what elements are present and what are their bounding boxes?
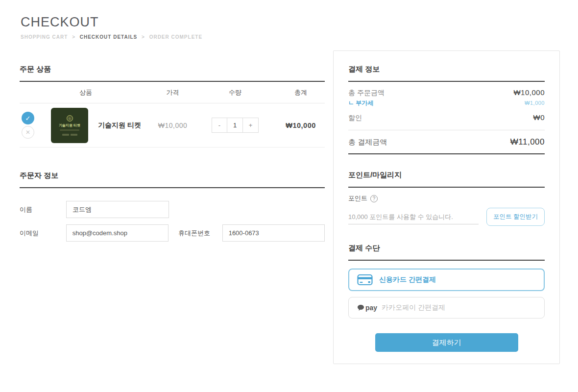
vat-label: ㄴ 부가세	[348, 99, 373, 107]
breadcrumb-checkout-details: CHECKOUT DETAILS	[80, 34, 137, 40]
breadcrumb-order-complete: ORDER COMPLETE	[149, 34, 202, 40]
credit-card-icon	[357, 274, 373, 286]
payment-panel: 결제 정보 총 주문금액 ₩10,000 ㄴ 부가세 ₩1,000 할인 ₩0 …	[333, 50, 560, 364]
payment-info-title: 결제 정보	[348, 65, 545, 74]
order-total-value: ₩10,000	[513, 88, 545, 97]
help-icon[interactable]: ?	[370, 195, 378, 202]
product-image-label: 기술지원 티켓	[59, 123, 80, 128]
product-image-logos	[62, 134, 77, 136]
item-total: ₩10,000	[277, 122, 325, 129]
item-qty-cell: - 1 +	[193, 118, 277, 133]
apply-points-button[interactable]: 포인트 할인받기	[486, 208, 545, 226]
points-input-row: 포인트 할인받기	[348, 208, 545, 226]
breadcrumb-separator: >	[72, 34, 75, 40]
customer-form: 이름 이메일 휴대폰번호	[20, 201, 325, 242]
points-section: 포인트/마일리지 포인트 ? 포인트 할인받기	[348, 171, 545, 226]
column-total: 총계	[277, 88, 325, 97]
page-header: CHECKOUT SHOPPING CART > CHECKOUT DETAIL…	[21, 15, 202, 40]
customer-section: 주문자 정보 이름 이메일 휴대폰번호	[20, 171, 325, 242]
product-image-badge-icon: ⌂	[67, 115, 73, 122]
points-label-row: 포인트 ?	[348, 194, 545, 203]
order-item-row: ✓ ✕ ⌂ 기술지원 티켓 기술지원 티켓 ₩10,000 - 1 +	[20, 103, 325, 147]
discount-value: ₩0	[533, 113, 545, 122]
divider	[348, 130, 545, 130]
grand-total-label: 총 결제금액	[348, 138, 387, 147]
grand-total-value: ₩11,000	[510, 137, 545, 147]
email-label: 이메일	[20, 229, 66, 238]
pay-button[interactable]: 결제하기	[375, 333, 518, 352]
discount-row: 할인 ₩0	[348, 113, 545, 122]
checkout-page: CHECKOUT SHOPPING CART > CHECKOUT DETAIL…	[0, 0, 578, 392]
vat-row: ㄴ 부가세 ₩1,000	[348, 99, 545, 107]
order-column: 주문 상품 상품 가격 수량 총계 ✓ ✕ ⌂ 기술지원 티켓 기술지원 티켓	[20, 65, 325, 248]
divider	[348, 187, 545, 188]
breadcrumb-separator: >	[142, 34, 145, 40]
divider	[348, 260, 545, 261]
divider	[348, 81, 545, 82]
name-field[interactable]	[66, 201, 169, 218]
credit-card-method-label: 신용카드 간편결제	[379, 275, 436, 284]
qty-increase-button[interactable]: +	[243, 118, 259, 133]
customer-info-title: 주문자 정보	[20, 171, 325, 180]
qty-decrease-button[interactable]: -	[212, 118, 227, 133]
method-kakaopay[interactable]: pay 카카오페이 간편결제	[348, 297, 545, 318]
kakaopay-logo-text: pay	[365, 304, 377, 312]
points-label: 포인트	[348, 194, 367, 203]
divider	[20, 187, 325, 188]
kakaopay-method-label: 카카오페이 간편결제	[382, 303, 445, 312]
column-qty: 수량	[193, 88, 277, 97]
order-table-header: 상품 가격 수량 총계	[20, 82, 325, 103]
column-price: 가격	[152, 88, 193, 97]
name-label: 이름	[20, 205, 66, 214]
item-remove-icon[interactable]: ✕	[22, 126, 34, 139]
payment-methods-section: 결제 수단 신용카드 간편결제 pay 카카오페이 간편결	[348, 244, 545, 318]
qty-value[interactable]: 1	[227, 118, 243, 133]
order-total-label: 총 주문금액	[348, 89, 385, 98]
kakaopay-logo: pay	[357, 304, 377, 312]
page-title: CHECKOUT	[21, 15, 202, 30]
item-row-controls: ✓ ✕	[20, 112, 51, 139]
vat-value: ₩1,000	[525, 100, 545, 106]
quantity-stepper: - 1 +	[193, 118, 277, 133]
order-total-row: 총 주문금액 ₩10,000	[348, 88, 545, 98]
product-image: ⌂ 기술지원 티켓	[51, 108, 88, 143]
kakaopay-bubble-icon	[357, 304, 364, 311]
points-input[interactable]	[348, 210, 479, 224]
grand-total-row: 총 결제금액 ₩11,000	[348, 137, 545, 147]
method-credit-card[interactable]: 신용카드 간편결제	[348, 269, 545, 291]
email-field[interactable]	[66, 224, 169, 242]
phone-label: 휴대폰번호	[178, 229, 222, 238]
order-items-title: 주문 상품	[20, 65, 325, 74]
payment-methods-title: 결제 수단	[348, 244, 545, 253]
column-product: 상품	[20, 88, 152, 97]
breadcrumb: SHOPPING CART > CHECKOUT DETAILS > ORDER…	[21, 34, 202, 40]
form-row-name: 이름	[20, 201, 325, 218]
product-image-subtext	[60, 129, 79, 131]
discount-label: 할인	[348, 114, 362, 122]
item-price: ₩10,000	[152, 122, 193, 129]
divider	[348, 153, 545, 154]
item-image-cell: ⌂ 기술지원 티켓	[51, 108, 98, 143]
points-section-title: 포인트/마일리지	[348, 171, 545, 180]
breadcrumb-shopping-cart[interactable]: SHOPPING CART	[21, 34, 68, 40]
item-name: 기술지원 티켓	[98, 121, 152, 130]
form-row-contact: 이메일 휴대폰번호	[20, 224, 325, 242]
phone-field[interactable]	[222, 224, 325, 242]
item-selected-check-icon[interactable]: ✓	[22, 112, 34, 124]
